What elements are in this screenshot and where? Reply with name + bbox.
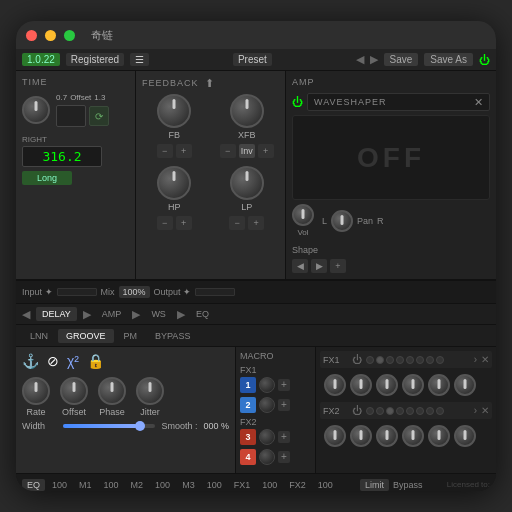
vol-knob[interactable] [292,204,314,226]
tab-lnn[interactable]: LNN [22,329,56,343]
fx1-dot-3[interactable] [386,356,394,364]
fx1-close-btn[interactable]: ✕ [481,354,489,365]
xfb-knob[interactable] [230,94,264,128]
fx1-arrow-btn[interactable]: › [474,354,477,365]
fx1-dot-2[interactable] [376,356,384,364]
save-button[interactable]: Save [384,53,419,66]
delay-prev-btn[interactable]: ◀ [22,308,30,321]
tab-bypass[interactable]: BYPASS [147,329,198,343]
fx1-dot-7[interactable] [426,356,434,364]
menu-icon[interactable]: ☰ [130,53,149,66]
fx2-dot-6[interactable] [416,407,424,415]
fb-minus-btn[interactable]: − [157,144,173,158]
fx2-knob-3[interactable] [376,425,398,447]
fb-knob[interactable] [157,94,191,128]
fx1-power-btn[interactable]: ⏻ [352,354,362,365]
tab-groove[interactable]: GROOVE [58,329,114,343]
fx1-dot-1[interactable] [366,356,374,364]
fx1-knob-1[interactable] [324,374,346,396]
macro-knob-4[interactable] [259,449,275,465]
fx2-knob-4[interactable] [402,425,424,447]
fx1-knob-6[interactable] [454,374,476,396]
amp-tab[interactable]: AMP [97,308,127,320]
fx1-dot-4[interactable] [396,356,404,364]
fx2-dot-1[interactable] [366,407,374,415]
input-slider[interactable] [57,288,97,296]
limit-button[interactable]: Limit [360,479,389,491]
fx2-dot-8[interactable] [436,407,444,415]
macro-btn-2[interactable]: 2 [240,397,256,413]
delay-next-btn[interactable]: ▶ [83,308,91,321]
lfo-lock-icon[interactable]: 🔒 [87,353,104,369]
bottom-tab-eq[interactable]: EQ [22,479,45,491]
macro-plus-4[interactable]: + [278,451,290,463]
macro-plus-2[interactable]: + [278,399,290,411]
shape-next-btn[interactable]: ▶ [311,259,327,273]
upload-icon[interactable]: ⬆ [205,77,214,90]
fb-plus-btn[interactable]: + [176,144,192,158]
fx1-dot-6[interactable] [416,356,424,364]
fx1-dot-8[interactable] [436,356,444,364]
minimize-dot[interactable] [45,30,56,41]
bottom-tab-m2[interactable]: M2 [126,479,149,491]
save-as-button[interactable]: Save As [424,53,473,66]
lfo-circle-icon[interactable]: ⊘ [47,353,59,369]
power-icon[interactable]: ⏻ [479,54,490,66]
prev-preset-btn[interactable]: ◀ [356,53,364,66]
bottom-tab-m1[interactable]: M1 [74,479,97,491]
lp-plus-btn[interactable]: + [248,216,264,230]
delay-tab[interactable]: DELAY [36,307,77,321]
waveshaper-close-btn[interactable]: ✕ [474,96,483,109]
pan-knob[interactable] [331,210,353,232]
eq-tab[interactable]: EQ [191,308,214,320]
bottom-tab-fx2[interactable]: FX2 [284,479,311,491]
bottom-tab-m3[interactable]: M3 [177,479,200,491]
maximize-dot[interactable] [64,30,75,41]
fx2-arrow-btn[interactable]: › [474,405,477,416]
shape-prev-btn[interactable]: ◀ [292,259,308,273]
ws-tab[interactable]: WS [146,308,171,320]
fx1-knob-3[interactable] [376,374,398,396]
fx1-knob-5[interactable] [428,374,450,396]
macro-btn-4[interactable]: 4 [240,449,256,465]
macro-knob-3[interactable] [259,429,275,445]
amp-next-btn[interactable]: ▶ [132,308,140,321]
fx2-dot-2[interactable] [376,407,384,415]
macro-knob-1[interactable] [259,377,275,393]
fx2-close-btn[interactable]: ✕ [481,405,489,416]
phase-knob[interactable] [98,377,126,405]
time-knob[interactable] [22,96,50,124]
slider-thumb[interactable] [135,421,145,431]
bottom-tab-fx1[interactable]: FX1 [229,479,256,491]
fx2-dot-5[interactable] [406,407,414,415]
jitter-knob[interactable] [136,377,164,405]
fx1-knob-4[interactable] [402,374,424,396]
close-dot[interactable] [26,30,37,41]
macro-plus-3[interactable]: + [278,431,290,443]
output-slider[interactable] [195,288,235,296]
hp-plus-btn[interactable]: + [176,216,192,230]
preset-label[interactable]: Preset [233,53,272,66]
lp-minus-btn[interactable]: − [229,216,245,230]
fx2-knob-6[interactable] [454,425,476,447]
fx2-power-btn[interactable]: ⏻ [352,405,362,416]
xfb-minus-btn[interactable]: − [220,144,236,158]
sync-icon[interactable]: ⟳ [89,106,109,126]
fx2-dot-3[interactable] [386,407,394,415]
hp-minus-btn[interactable]: − [157,216,173,230]
macro-btn-1[interactable]: 1 [240,377,256,393]
tab-pm[interactable]: PM [116,329,146,343]
xfb-plus-btn[interactable]: + [258,144,274,158]
fx2-dot-4[interactable] [396,407,404,415]
bypass-button[interactable]: Bypass [393,480,423,490]
fx2-knob-5[interactable] [428,425,450,447]
lfo-anchor-icon[interactable]: ⚓ [22,353,39,369]
macro-btn-3[interactable]: 3 [240,429,256,445]
fx2-knob-2[interactable] [350,425,372,447]
rate-knob[interactable] [22,377,50,405]
fx1-dot-5[interactable] [406,356,414,364]
hp-knob[interactable] [157,166,191,200]
fx1-knob-2[interactable] [350,374,372,396]
fx2-knob-1[interactable] [324,425,346,447]
macro-knob-2[interactable] [259,397,275,413]
